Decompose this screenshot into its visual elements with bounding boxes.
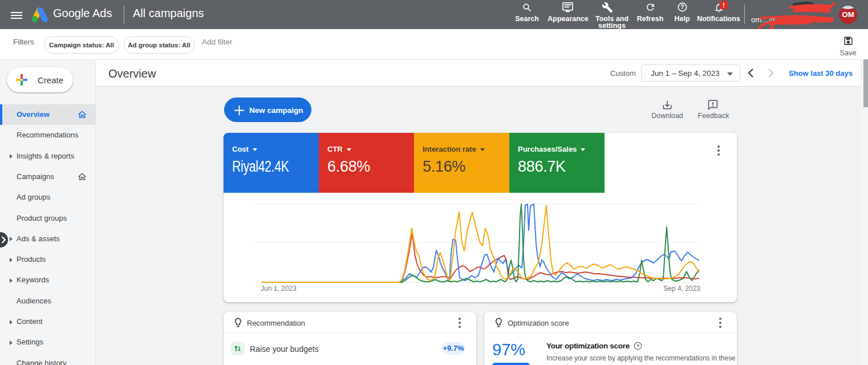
svg-text:?: ? [636,343,639,349]
svg-text:?: ? [680,4,684,10]
